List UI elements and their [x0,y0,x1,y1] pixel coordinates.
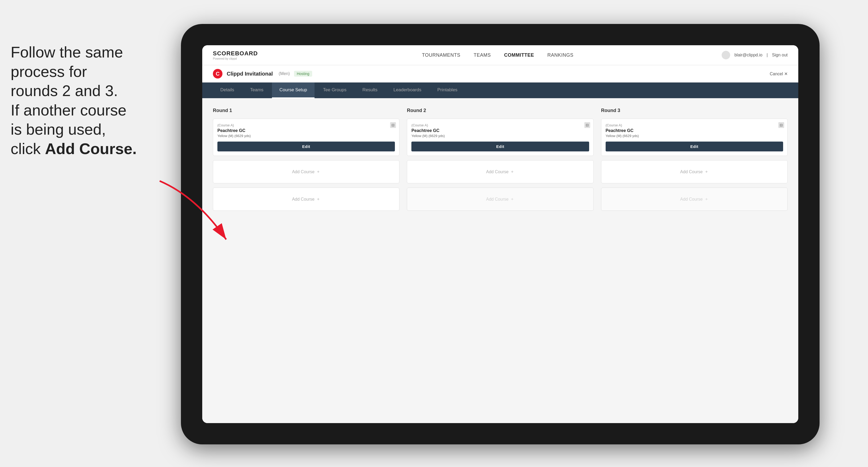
round-2-course-card: ⊟ (Course A) Peachtree GC Yellow (M) (66… [407,119,593,156]
round-3-title: Round 3 [601,108,788,113]
tournament-gender: (Men) [279,71,290,76]
tablet-screen: SCOREBOARD Powered by clippd TOURNAMENTS… [202,45,798,423]
round-1-column: Round 1 ⊟ (Course A) Peachtree GC Yellow… [213,108,399,211]
tab-results[interactable]: Results [355,83,385,98]
nav-teams[interactable]: TEAMS [474,53,491,58]
round-2-add-course-1[interactable]: Add Course ＋ [407,160,593,183]
instruction-line1: Follow the same [11,43,123,61]
rounds-grid: Round 1 ⊟ (Course A) Peachtree GC Yellow… [213,108,788,211]
nav-tournaments[interactable]: TOURNAMENTS [422,53,460,58]
round-3-delete-icon[interactable]: ⊟ [778,122,784,128]
tab-details[interactable]: Details [213,83,242,98]
user-avatar [722,51,730,59]
round-2-title: Round 2 [407,108,593,113]
round-2-course-details: Yellow (M) (6629 yds) [411,134,589,138]
logo-scoreboard: SCOREBOARD [213,50,258,57]
tab-course-setup[interactable]: Course Setup [272,83,314,98]
instruction-text: Follow the same process for rounds 2 and… [0,42,154,158]
round-1-course-details: Yellow (M) (6629 yds) [217,134,395,138]
round-2-course-name: Peachtree GC [411,128,589,133]
round-2-course-label: (Course A) [411,123,589,127]
user-email: blair@clippd.io [735,53,762,58]
round-3-add-course-2: Add Course ＋ [601,188,788,211]
logo-area: SCOREBOARD Powered by clippd [213,50,258,60]
nav-links-wrapper: TOURNAMENTS TEAMS COMMITTEE RANKINGS [406,53,574,58]
tab-teams[interactable]: Teams [243,83,271,98]
plus-icon-r3-1: ＋ [704,169,709,175]
instruction-line2: process for [11,63,87,80]
round-3-course-name: Peachtree GC [606,128,783,133]
nav-links: TOURNAMENTS TEAMS COMMITTEE RANKINGS [422,53,574,58]
instruction-line4: If another course [11,101,126,119]
sub-header-left: C Clippd Invitational (Men) Hosting [213,69,312,79]
separator: | [767,53,768,58]
sign-out-link[interactable]: Sign out [772,53,788,58]
round-1-edit-button[interactable]: Edit [217,142,395,151]
nav-committee[interactable]: COMMITTEE [504,53,534,58]
round-1-course-card: ⊟ (Course A) Peachtree GC Yellow (M) (66… [213,119,399,156]
top-navigation: SCOREBOARD Powered by clippd TOURNAMENTS… [202,45,798,65]
tab-bar: Details Teams Course Setup Tee Groups Re… [202,83,798,98]
instruction-line6-bold: Add Course. [45,140,137,157]
tab-printables[interactable]: Printables [430,83,465,98]
round-3-course-details: Yellow (M) (6629 yds) [606,134,783,138]
round-1-add-course-1[interactable]: Add Course ＋ [213,160,399,183]
round-3-course-label: (Course A) [606,123,783,127]
hosting-badge: Hosting [294,71,312,76]
round-2-edit-button[interactable]: Edit [411,142,589,151]
round-2-column: Round 2 ⊟ (Course A) Peachtree GC Yellow… [407,108,593,211]
plus-icon-r1-2: ＋ [316,196,320,202]
tournament-name: Clippd Invitational [227,71,273,77]
clippd-icon: C [213,69,222,79]
round-1-add-course-2[interactable]: Add Course ＋ [213,188,399,211]
round-1-course-label: (Course A) [217,123,395,127]
round-2-add-course-2: Add Course ＋ [407,188,593,211]
round-1-delete-icon[interactable]: ⊟ [390,122,396,128]
round-2-delete-icon[interactable]: ⊟ [584,122,590,128]
sub-header: C Clippd Invitational (Men) Hosting Canc… [202,65,798,83]
plus-icon-r1-1: ＋ [316,169,320,175]
nav-rankings[interactable]: RANKINGS [547,53,574,58]
tab-tee-groups[interactable]: Tee Groups [316,83,354,98]
tablet-device: SCOREBOARD Powered by clippd TOURNAMENTS… [181,24,819,444]
cancel-button[interactable]: Cancel ✕ [770,71,788,76]
plus-icon-r3-2: ＋ [704,196,709,202]
round-1-course-name: Peachtree GC [217,128,395,133]
instruction-line6-prefix: click [11,140,45,157]
tab-leaderboards[interactable]: Leaderboards [386,83,429,98]
logo-powered: Powered by clippd [213,57,258,60]
round-3-add-course-1[interactable]: Add Course ＋ [601,160,788,183]
plus-icon-r2-1: ＋ [510,169,514,175]
nav-right: blair@clippd.io | Sign out [722,51,788,59]
round-3-edit-button[interactable]: Edit [606,142,783,151]
round-3-column: Round 3 ⊟ (Course A) Peachtree GC Yellow… [601,108,788,211]
instruction-line3: rounds 2 and 3. [11,82,118,99]
main-content: Round 1 ⊟ (Course A) Peachtree GC Yellow… [202,98,798,423]
round-3-course-card: ⊟ (Course A) Peachtree GC Yellow (M) (66… [601,119,788,156]
instruction-line5: is being used, [11,121,106,138]
round-1-title: Round 1 [213,108,399,113]
plus-icon-r2-2: ＋ [510,196,514,202]
